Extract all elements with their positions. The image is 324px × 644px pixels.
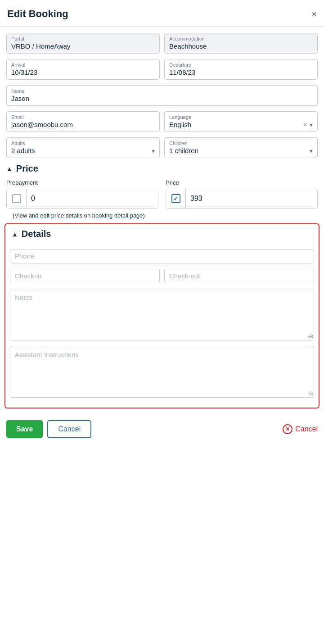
cancel-outline-button[interactable]: Cancel [47,420,91,438]
price-section-header: ▲ Price [0,163,324,174]
children-value: 1 children [169,147,198,154]
name-label: Name [11,88,313,94]
prepayment-input[interactable] [27,195,158,203]
prepayment-checkbox[interactable] [7,189,27,209]
adults-field[interactable]: Adults 2 adults ▾ [6,137,160,158]
notes-textarea[interactable] [10,289,314,339]
adults-children-row: Adults 2 adults ▾ Children 1 children ▾ [6,137,318,158]
departure-label: Departure [169,62,313,68]
children-select[interactable]: 1 children ▾ [169,147,313,154]
checkin-checkout-row [10,269,314,283]
assistant-textarea[interactable] [10,346,314,396]
price-checkbox[interactable]: ✓ [166,189,186,209]
arrival-departure-row: Arrival Departure [6,59,318,80]
language-field[interactable]: Language English × ▾ [164,111,318,132]
departure-input[interactable] [169,68,313,76]
email-label: Email [11,114,155,120]
children-label: Children [169,141,313,146]
language-chevron-icon[interactable]: ▾ [310,121,313,128]
details-chevron-icon[interactable]: ▲ [12,231,18,238]
accommodation-field: Accommodation Beachhouse [164,33,318,54]
adults-value: 2 adults [11,147,35,154]
footer-left-buttons: Save Cancel [6,420,91,438]
arrival-label: Arrival [11,62,155,68]
price-note: (View and edit price details on booking … [6,212,318,219]
price-chevron-icon[interactable]: ▲ [6,165,13,172]
price-check-icon: ✓ [173,195,179,202]
assistant-resize-handle: ⊿ [307,389,312,395]
checkin-input[interactable] [15,272,155,280]
checkout-field[interactable] [164,269,314,283]
email-language-row: Email Language English × ▾ [6,111,318,132]
details-section-title: Details [22,229,51,239]
price-col: Price ✓ [166,179,318,209]
notes-wrap: ⊿ [10,289,314,340]
email-input[interactable] [11,121,155,128]
phone-row [10,249,314,263]
language-label: Language [169,114,313,120]
form-body: Portal VRBO / HomeAway Accommodation Bea… [0,27,324,158]
name-field[interactable]: Name [6,85,318,106]
adults-label: Adults [11,141,155,146]
price-input-wrap: ✓ [166,189,318,209]
price-label: Price [166,179,318,186]
language-dropdown-icons: × ▾ [303,121,313,128]
price-inputs-row: Prepayment Price ✓ [6,179,318,209]
portal-label: Portal [11,36,155,41]
cancel-red-label: Cancel [295,425,318,433]
prepayment-label: Prepayment [6,179,158,186]
language-clear-icon[interactable]: × [303,121,307,128]
adults-select[interactable]: 2 adults ▾ [11,147,155,154]
circle-x-icon: ✕ [283,424,292,434]
price-checkbox-box: ✓ [171,194,180,203]
edit-booking-page: Edit Booking × Portal VRBO / HomeAway Ac… [0,0,324,444]
price-section-content: Prepayment Price ✓ [0,179,324,219]
checkin-field[interactable] [10,269,160,283]
prepayment-checkbox-box [12,194,21,203]
portal-accommodation-row: Portal VRBO / HomeAway Accommodation Bea… [6,33,318,54]
children-chevron-icon[interactable]: ▾ [310,147,313,154]
page-title: Edit Booking [7,8,68,20]
prepayment-col: Prepayment [6,179,158,209]
price-section-title: Price [16,163,38,174]
language-value: English [169,121,191,128]
price-input[interactable] [186,195,317,203]
close-button[interactable]: × [311,9,317,18]
portal-value: VRBO / HomeAway [11,42,155,50]
portal-field: Portal VRBO / HomeAway [6,33,160,54]
prepayment-input-wrap [6,189,158,209]
modal-header: Edit Booking × [0,0,324,27]
departure-field[interactable]: Departure [164,59,318,80]
accommodation-label: Accommodation [169,36,313,41]
adults-chevron-icon[interactable]: ▾ [152,147,155,154]
name-row: Name [6,85,318,106]
details-section-header: ▲ Details [5,224,319,244]
checkout-input[interactable] [169,272,309,280]
save-button[interactable]: Save [6,420,43,438]
assistant-wrap: ⊿ [10,346,314,398]
email-field[interactable]: Email [6,111,160,132]
footer: Save Cancel ✕ Cancel [0,415,324,444]
phone-input[interactable] [15,252,309,260]
arrival-field[interactable]: Arrival [6,59,160,80]
notes-resize-handle: ⊿ [307,332,312,338]
details-section: ▲ Details ⊿ [4,223,320,408]
details-form: ⊿ ⊿ [5,249,319,398]
accommodation-value: Beachhouse [169,42,313,50]
name-input[interactable] [11,95,313,102]
arrival-input[interactable] [11,68,155,76]
children-field[interactable]: Children 1 children ▾ [164,137,318,158]
language-select[interactable]: English × ▾ [169,121,313,128]
cancel-red-button[interactable]: ✕ Cancel [283,424,318,434]
phone-field[interactable] [10,249,314,263]
